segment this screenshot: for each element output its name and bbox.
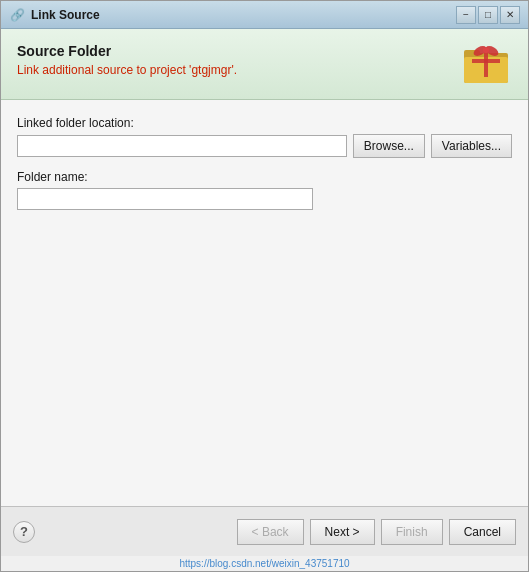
title-bar: 🔗 Link Source − □ ✕ [1,1,528,29]
minimize-button[interactable]: − [456,6,476,24]
close-button[interactable]: ✕ [500,6,520,24]
variables-button[interactable]: Variables... [431,134,512,158]
help-button[interactable]: ? [13,521,35,543]
finish-button[interactable]: Finish [381,519,443,545]
next-button[interactable]: Next > [310,519,375,545]
header-subtitle: Link additional source to project 'gtgjm… [17,63,454,77]
browse-button[interactable]: Browse... [353,134,425,158]
back-button[interactable]: < Back [237,519,304,545]
folder-name-label: Folder name: [17,170,512,184]
folder-name-input[interactable] [17,188,313,210]
title-bar-left: 🔗 Link Source [9,7,100,23]
cancel-button[interactable]: Cancel [449,519,516,545]
maximize-button[interactable]: □ [478,6,498,24]
svg-point-7 [483,47,489,53]
header-section: Source Folder Link additional source to … [1,29,528,100]
linked-folder-label: Linked folder location: [17,116,512,130]
linked-folder-input[interactable] [17,135,347,157]
window-icon: 🔗 [9,7,25,23]
svg-rect-4 [472,59,500,63]
dialog-window: 🔗 Link Source − □ ✕ Source Folder Link a… [0,0,529,572]
watermark-text: https://blog.csdn.net/weixin_43751710 [179,558,349,569]
header-title: Source Folder [17,43,454,59]
folder-icon [464,43,512,85]
linked-folder-group: Linked folder location: Browse... Variab… [17,116,512,158]
title-bar-buttons: − □ ✕ [456,6,520,24]
content-spacer [17,222,512,490]
window-title: Link Source [31,8,100,22]
header-text: Source Folder Link additional source to … [17,43,454,77]
folder-name-group: Folder name: [17,170,512,210]
content-area: Linked folder location: Browse... Variab… [1,100,528,506]
bottom-bar: ? < Back Next > Finish Cancel [1,506,528,556]
linked-folder-row: Browse... Variables... [17,134,512,158]
nav-buttons: < Back Next > Finish Cancel [237,519,516,545]
watermark: https://blog.csdn.net/weixin_43751710 [1,556,528,571]
